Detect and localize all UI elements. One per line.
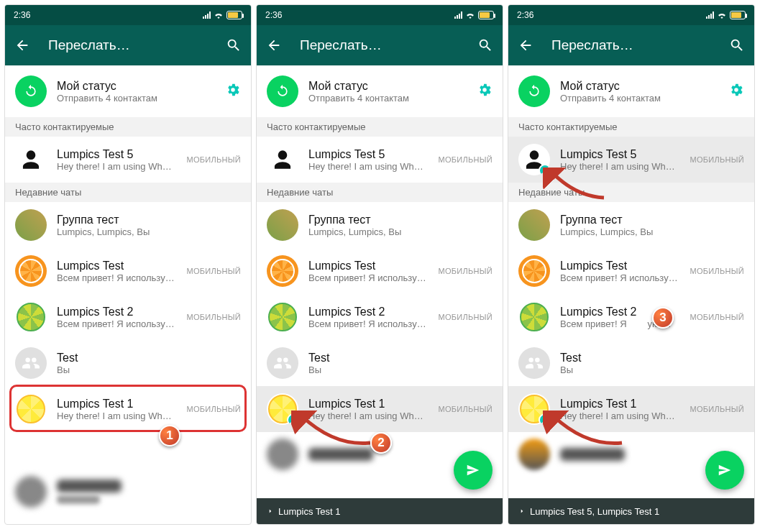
status-icon [267, 75, 298, 107]
contact-row[interactable]: Lumpics Test 2 Всем привет! Я использую … [5, 294, 251, 340]
check-icon [539, 164, 550, 175]
avatar [15, 347, 47, 379]
send-fab[interactable] [454, 451, 493, 490]
contact-row[interactable]: Lumpics Test 5 Hey there! I am using Wha… [257, 137, 503, 183]
step-badge-1: 1 [159, 425, 180, 446]
phone-screen-3: 2:36 Переслать… Мой статусОтправить 4 ко… [508, 4, 755, 525]
selection-bar: Lumpics Test 1 [257, 498, 503, 524]
contact-row[interactable]: Test Вы [5, 340, 251, 386]
avatar [15, 301, 47, 333]
gear-icon[interactable] [225, 82, 241, 101]
status-bar: 2:36 [257, 5, 503, 25]
selection-text: Lumpics Test 5, Lumpics Test 1 [530, 506, 659, 517]
gear-icon[interactable] [477, 82, 493, 101]
back-icon[interactable] [14, 37, 31, 54]
avatar [15, 393, 47, 425]
phone-screen-2: 2:36 Переслать… Мой статус Отправить 4 к… [256, 4, 503, 525]
chevron-right-icon [267, 508, 274, 515]
section-recent: Недавние чаты [5, 183, 251, 202]
avatar [15, 144, 47, 175]
contact-row-test1[interactable]: Lumpics Test 1 Hey there! I am using Wha… [5, 386, 251, 432]
step-badge-2: 2 [370, 432, 392, 454]
selection-bar: Lumpics Test 5, Lumpics Test 1 [508, 498, 754, 524]
contact-row-test1-selected[interactable]: Lumpics Test 1Hey there! I am using What… [257, 386, 503, 432]
contact-row[interactable]: Группа тест Lumpics, Lumpics, Вы [5, 202, 251, 248]
back-icon[interactable] [517, 37, 534, 54]
app-header: Переслать… [257, 25, 503, 65]
search-icon[interactable] [225, 37, 242, 54]
section-frequent: Часто контактируемые [5, 117, 251, 137]
search-icon[interactable] [477, 37, 494, 54]
contact-row[interactable]: Lumpics Test Всем привет! Я использую Wh… [5, 248, 251, 294]
check-icon [539, 413, 550, 425]
my-status-title: Мой статус [57, 80, 215, 93]
avatar [15, 209, 47, 241]
chevron-right-icon [518, 508, 526, 515]
contact-name: Lumpics Test 5 [57, 148, 176, 161]
check-icon [287, 413, 298, 425]
selection-text: Lumpics Test 1 [278, 506, 340, 517]
phone-screen-1: 2:36 Переслать… Мой статус Отправить 4 к… [4, 4, 252, 525]
search-icon[interactable] [728, 37, 746, 54]
contact-row[interactable]: Lumpics Test 5 Hey there! I am using Wha… [5, 137, 251, 183]
my-status-subtitle: Отправить 4 контактам [57, 93, 215, 104]
status-icon [15, 75, 47, 107]
blurred-row [5, 469, 251, 514]
status-icons [203, 11, 242, 19]
contact-row-test5-selected[interactable]: Lumpics Test 5Hey there! I am using What… [508, 137, 754, 183]
contact-row-test1-selected[interactable]: Lumpics Test 1Hey there! I am using What… [508, 386, 754, 432]
mobile-tag: МОБИЛЬНЫЙ [186, 155, 241, 164]
header-title: Переслать… [48, 37, 208, 53]
status-bar: 2:36 [5, 5, 251, 25]
status-time: 2:36 [14, 10, 30, 20]
my-status-row[interactable]: Мой статус Отправить 4 контактам [5, 65, 251, 117]
contact-list[interactable]: Мой статусОтправить 4 контактам Часто ко… [508, 65, 754, 498]
contact-list[interactable]: Мой статус Отправить 4 контактам Часто к… [257, 65, 503, 498]
my-status-row[interactable]: Мой статус Отправить 4 контактам [257, 65, 503, 117]
contact-sub: Hey there! I am using WhatsApp. [57, 161, 176, 172]
back-icon[interactable] [265, 37, 283, 54]
send-fab[interactable] [705, 451, 744, 490]
contact-list[interactable]: Мой статус Отправить 4 контактам Часто к… [5, 65, 251, 524]
gear-icon[interactable] [728, 82, 744, 101]
step-badge-3: 3 [652, 307, 674, 329]
avatar [15, 255, 47, 287]
app-header: Переслать… [5, 25, 251, 65]
